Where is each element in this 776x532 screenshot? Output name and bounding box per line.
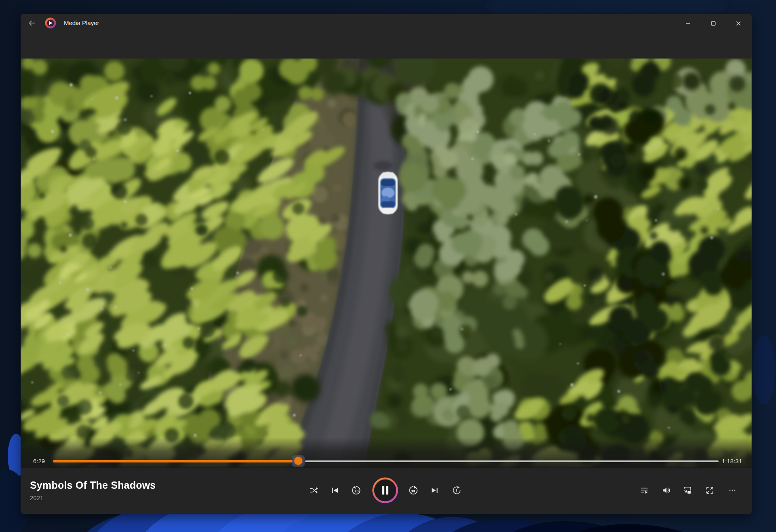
svg-text:10: 10 [354,489,358,493]
svg-text:30: 30 [411,489,415,493]
